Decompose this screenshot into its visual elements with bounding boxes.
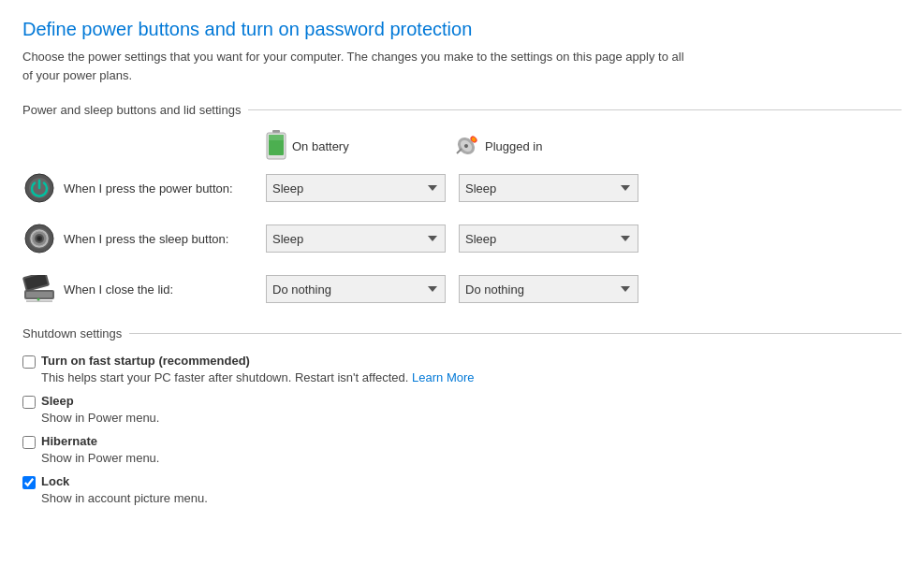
fast-startup-desc: This helps start your PC faster after sh… — [41, 370, 902, 384]
lid-icon — [22, 275, 56, 303]
sleep-button-row: When I press the sleep button: Sleep Do … — [22, 220, 902, 257]
sleep-button-icon-wrapper — [22, 222, 56, 255]
svg-point-17 — [38, 238, 41, 240]
power-button-label: When I press the power button: — [64, 181, 266, 196]
buttons-section-header: Power and sleep buttons and lid settings — [22, 103, 902, 117]
svg-rect-3 — [269, 135, 284, 140]
battery-icon — [266, 130, 286, 162]
power-button-plugged-dropdown[interactable]: Sleep Do nothing Hibernate Shut down Tur… — [459, 174, 638, 202]
sleep-item: Sleep Show in Power menu. — [22, 394, 902, 425]
lock-desc: Show in account picture menu. — [41, 491, 902, 505]
sleep-button-label: When I press the sleep button: — [64, 232, 266, 246]
power-button-row: When I press the power button: Sleep Do … — [22, 169, 902, 207]
power-button-plugged-dropdown-wrapper: Sleep Do nothing Hibernate Shut down Tur… — [459, 174, 638, 202]
power-button-icon-wrapper — [22, 171, 56, 205]
sleep-checkbox[interactable] — [22, 396, 36, 409]
sleep-title: Sleep — [41, 394, 74, 408]
page-description: Choose the power settings that you want … — [22, 48, 697, 84]
sleep-button-icon — [24, 224, 54, 254]
svg-rect-20 — [26, 292, 52, 297]
lid-icon-wrapper — [22, 272, 56, 306]
shutdown-section-header: Shutdown settings — [22, 326, 902, 340]
power-button-icon — [24, 173, 54, 203]
buttons-section-label: Power and sleep buttons and lid settings — [22, 103, 241, 117]
shutdown-section-label: Shutdown settings — [22, 326, 122, 340]
fast-startup-item: Turn on fast startup (recommended) This … — [22, 354, 902, 384]
hibernate-desc: Show in Power menu. — [41, 451, 902, 465]
lock-checkbox[interactable] — [22, 476, 36, 489]
fast-startup-learn-more[interactable]: Learn More — [412, 370, 474, 384]
fast-startup-title: Turn on fast startup (recommended) — [41, 354, 250, 368]
lid-plugged-dropdown-wrapper: Do nothing Sleep Hibernate Shut down Tur… — [459, 275, 638, 303]
sleep-button-plugged-dropdown-wrapper: Sleep Do nothing Hibernate Shut down Tur… — [459, 225, 638, 253]
fast-startup-label[interactable]: Turn on fast startup (recommended) — [22, 354, 902, 369]
page-title: Define power buttons and turn on passwor… — [22, 19, 902, 40]
hibernate-label[interactable]: Hibernate — [22, 434, 902, 449]
lock-item: Lock Show in account picture menu. — [22, 474, 902, 505]
sleep-label[interactable]: Sleep — [22, 394, 902, 409]
shutdown-section-divider — [129, 333, 902, 334]
shutdown-section: Shutdown settings Turn on fast startup (… — [22, 326, 902, 505]
power-button-battery-dropdown[interactable]: Sleep Do nothing Hibernate Shut down Tur… — [266, 174, 446, 202]
buttons-section-divider — [248, 109, 902, 110]
sleep-button-battery-dropdown-wrapper: Sleep Do nothing Hibernate Shut down Tur… — [266, 225, 446, 253]
plug-icon — [453, 135, 479, 157]
sleep-button-battery-dropdown[interactable]: Sleep Do nothing Hibernate Shut down Tur… — [266, 225, 446, 253]
lid-row: When I close the lid: Do nothing Sleep H… — [22, 270, 902, 308]
power-button-battery-dropdown-wrapper: Sleep Do nothing Hibernate Shut down Tur… — [266, 174, 446, 202]
hibernate-item: Hibernate Show in Power menu. — [22, 434, 902, 465]
lid-battery-dropdown[interactable]: Do nothing Sleep Hibernate Shut down Tur… — [266, 275, 446, 303]
settings-rows: When I press the power button: Sleep Do … — [22, 169, 902, 308]
fast-startup-checkbox[interactable] — [22, 355, 36, 369]
lid-battery-dropdown-wrapper: Do nothing Sleep Hibernate Shut down Tur… — [266, 275, 446, 303]
lid-plugged-dropdown[interactable]: Do nothing Sleep Hibernate Shut down Tur… — [459, 275, 638, 303]
hibernate-checkbox[interactable] — [22, 436, 36, 449]
on-battery-header: On battery — [266, 130, 453, 162]
lock-label[interactable]: Lock — [22, 474, 902, 489]
on-battery-label: On battery — [292, 139, 349, 153]
svg-point-23 — [37, 298, 40, 301]
lid-label: When I close the lid: — [64, 282, 266, 297]
column-headers: On battery Plugged in — [266, 130, 902, 162]
plugged-in-header: Plugged in — [453, 130, 640, 162]
hibernate-title: Hibernate — [41, 434, 97, 448]
sleep-button-plugged-dropdown[interactable]: Sleep Do nothing Hibernate Shut down Tur… — [459, 225, 638, 253]
sleep-desc: Show in Power menu. — [41, 411, 902, 425]
plugged-in-label: Plugged in — [485, 139, 542, 153]
lock-title: Lock — [41, 474, 69, 488]
